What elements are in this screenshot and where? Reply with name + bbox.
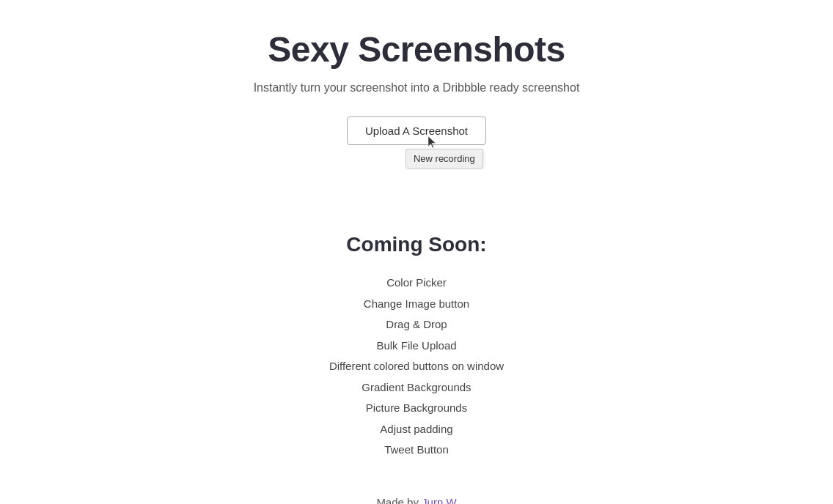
- list-item: Color Picker: [329, 273, 504, 294]
- list-item: Change Image button: [329, 294, 504, 315]
- new-recording-tooltip: New recording: [406, 149, 483, 168]
- page-subtitle: Instantly turn your screenshot into a Dr…: [254, 81, 580, 94]
- coming-soon-section: Coming Soon: Color PickerChange Image bu…: [329, 233, 504, 461]
- list-item: Bulk File Upload: [329, 336, 504, 357]
- list-item: Drag & Drop: [329, 314, 504, 336]
- page-wrapper: Sexy Screenshots Instantly turn your scr…: [0, 0, 833, 504]
- footer: Made by Jurn W: [376, 496, 456, 505]
- page-title: Sexy Screenshots: [268, 29, 565, 70]
- list-item: Adjust padding: [329, 419, 504, 440]
- upload-button[interactable]: Upload A Screenshot: [347, 116, 486, 145]
- list-item: Different colored buttons on window: [329, 356, 504, 377]
- list-item: Picture Backgrounds: [329, 398, 504, 419]
- author-link[interactable]: Jurn W: [422, 496, 457, 505]
- made-by-label: Made by: [376, 496, 419, 505]
- coming-soon-list: Color PickerChange Image buttonDrag & Dr…: [329, 273, 504, 461]
- list-item: Tweet Button: [329, 440, 504, 461]
- upload-area: Upload A Screenshot New recording: [347, 116, 486, 145]
- coming-soon-title: Coming Soon:: [329, 233, 504, 256]
- list-item: Gradient Backgrounds: [329, 377, 504, 399]
